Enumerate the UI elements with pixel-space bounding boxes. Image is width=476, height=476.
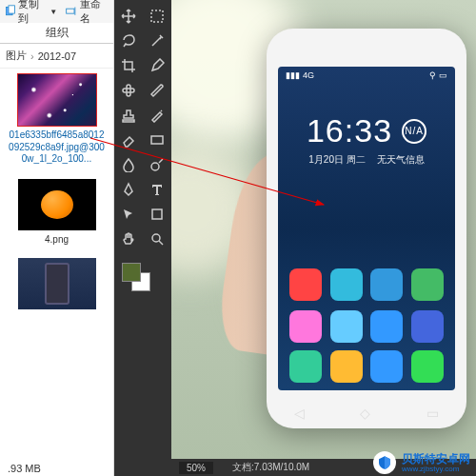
file-name: 01e6335bff6485a8012092529c8a9f.jpg@3000w…	[8, 129, 106, 166]
app-icon	[289, 310, 322, 343]
rename-label: 重命名	[80, 0, 109, 26]
crumb-parent[interactable]: 图片	[6, 49, 27, 63]
history-brush-tool[interactable]	[147, 105, 168, 126]
brush-tool[interactable]	[147, 80, 168, 101]
rename-button[interactable]: 重命名	[65, 0, 109, 26]
crumb-separator: ›	[30, 50, 34, 62]
clock-time: 16:33	[307, 112, 392, 149]
app-icon	[330, 268, 363, 301]
thumbnail-list: 01e6335bff6485a8012092529c8a9f.jpg@3000w…	[0, 69, 113, 328]
weather-badge-icon: N/A	[402, 119, 426, 144]
app-icon	[411, 268, 444, 301]
pen-tool[interactable]	[118, 179, 139, 200]
file-explorer: 复制到 ▼ 重命名 组织 图片 › 2012-07 01e6335bff6485…	[0, 0, 114, 476]
network-icon: 4G	[303, 70, 314, 80]
svg-point-10	[152, 234, 160, 242]
watermark-logo-icon	[373, 451, 396, 474]
phone-nav: ◁ ◇ ▭	[267, 399, 466, 427]
organize-label: 组织	[0, 23, 113, 44]
eraser-tool[interactable]	[118, 129, 139, 150]
shape-tool[interactable]	[147, 204, 168, 225]
breadcrumb[interactable]: 图片 › 2012-07	[0, 44, 113, 69]
blur-tool[interactable]	[118, 154, 139, 175]
copy-to-button[interactable]: 复制到 ▼	[4, 0, 57, 26]
dock-app-icon	[289, 350, 322, 383]
hand-tool[interactable]	[118, 228, 139, 249]
app-dock	[278, 350, 455, 383]
file-item-orange[interactable]: 4.png	[8, 179, 106, 245]
ribbon: 复制到 ▼ 重命名	[0, 0, 113, 23]
svg-rect-4	[151, 10, 163, 22]
dock-app-icon	[411, 350, 444, 383]
crop-tool[interactable]	[118, 55, 139, 76]
phone-statusbar: ▮▮▮ 4G ⚲ ▭	[278, 67, 455, 84]
copy-icon	[4, 5, 16, 18]
phone-screen: ▮▮▮ 4G ⚲ ▭ 16:33 N/A 1月20日 周二 无天气信息	[278, 67, 455, 390]
clock-widget: 16:33 N/A 1月20日 周二 无天气信息	[278, 112, 455, 167]
app-icon	[330, 310, 363, 343]
wifi-icon: ⚲	[429, 70, 436, 80]
dock-app-icon	[370, 350, 403, 383]
type-tool[interactable]	[147, 179, 168, 200]
home-icon: ◇	[360, 406, 370, 421]
svg-rect-9	[152, 209, 162, 219]
color-swatches[interactable]	[122, 263, 150, 291]
watermark: 贝斯特安卓网 www.zjbstyy.com	[373, 451, 470, 474]
zoom-tool[interactable]	[147, 228, 168, 249]
crumb-folder[interactable]: 2012-07	[38, 50, 76, 62]
recent-icon: ▭	[426, 406, 439, 421]
doc-size: 文档:7.03M/10.0M	[232, 461, 309, 474]
gradient-tool[interactable]	[147, 129, 168, 150]
move-tool[interactable]	[118, 6, 139, 27]
svg-rect-6	[127, 85, 130, 96]
thumbnail-image	[18, 74, 96, 126]
file-item-galaxy[interactable]: 01e6335bff6485a8012092529c8a9f.jpg@3000w…	[8, 74, 106, 166]
phone-mockup: ▮▮▮ 4G ⚲ ▭ 16:33 N/A 1月20日 周二 无天气信息	[267, 29, 466, 428]
thumbnail-image	[18, 258, 96, 309]
app-icon	[411, 310, 444, 343]
back-icon: ◁	[294, 406, 305, 421]
svg-rect-5	[123, 89, 134, 92]
zoom-level[interactable]: 50%	[179, 462, 213, 474]
app-icon	[370, 268, 403, 301]
signal-icon: ▮▮▮	[286, 70, 300, 80]
rename-icon	[65, 5, 77, 18]
marquee-tool[interactable]	[147, 6, 168, 27]
copy-label: 复制到	[18, 0, 48, 26]
fg-color-swatch[interactable]	[122, 263, 141, 282]
heal-tool[interactable]	[118, 80, 139, 101]
dock-app-icon	[330, 350, 363, 383]
svg-point-8	[151, 163, 159, 170]
file-item-phone[interactable]	[8, 258, 106, 309]
file-name: 4.png	[8, 234, 106, 245]
chevron-down-icon: ▼	[50, 8, 57, 16]
svg-rect-7	[151, 136, 163, 144]
svg-rect-1	[9, 6, 15, 13]
lasso-tool[interactable]	[118, 30, 139, 51]
watermark-name: 贝斯特安卓网	[402, 453, 470, 465]
clock-date: 1月20日 周二	[308, 153, 365, 167]
app-icon	[289, 268, 322, 301]
svg-rect-2	[67, 9, 74, 13]
wand-tool[interactable]	[147, 30, 168, 51]
thumbnail-image	[18, 179, 96, 230]
app-grid	[278, 268, 455, 343]
eyedropper-tool[interactable]	[147, 55, 168, 76]
path-tool[interactable]	[118, 204, 139, 225]
weather-text: 无天气信息	[377, 153, 425, 167]
ps-toolbar	[114, 0, 171, 476]
status-size: .93 MB	[8, 463, 41, 474]
app-icon	[370, 310, 403, 343]
stamp-tool[interactable]	[118, 105, 139, 126]
watermark-url: www.zjbstyy.com	[402, 465, 470, 473]
ps-canvas[interactable]: ▮▮▮ 4G ⚲ ▭ 16:33 N/A 1月20日 周二 无天气信息	[171, 0, 476, 459]
dodge-tool[interactable]	[147, 154, 168, 175]
battery-icon: ▭	[439, 70, 447, 80]
